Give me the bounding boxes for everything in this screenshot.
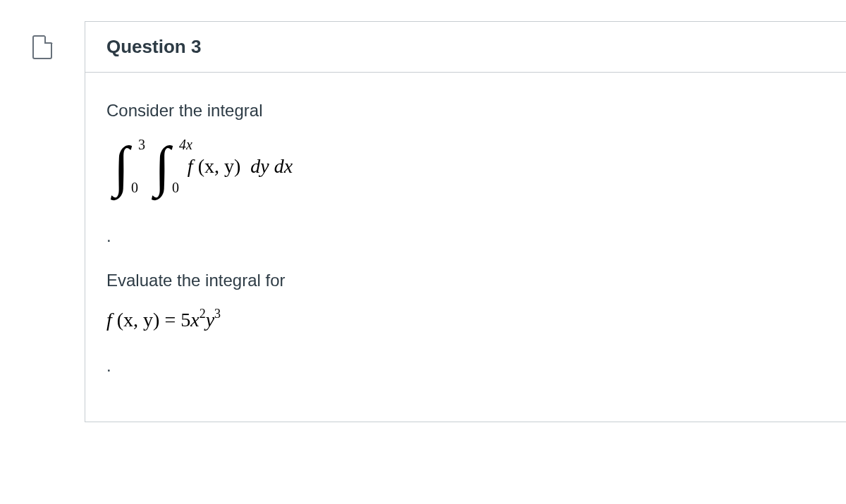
prompt-consider: Consider the integral — [106, 101, 825, 121]
page-icon — [32, 35, 52, 59]
prompt-evaluate: Evaluate the integral for — [106, 271, 825, 290]
dot-2: . — [106, 356, 825, 376]
outer-integral: ∫ 3 0 — [114, 138, 129, 195]
outer-lower-limit: 0 — [131, 180, 138, 196]
inner-lower-limit: 0 — [172, 180, 179, 196]
function-definition: f (x, y) = 5x2y3 — [106, 308, 825, 331]
double-integral-expression: ∫ 3 0 ∫ 4x 0 f (x, y) dy dx — [114, 138, 825, 202]
outer-upper-limit: 3 — [138, 137, 145, 153]
question-header: Question 3 — [85, 22, 846, 73]
question-body: Consider the integral ∫ 3 0 ∫ 4x 0 f (x,… — [85, 73, 846, 422]
inner-integral: ∫ 4x 0 — [154, 138, 170, 195]
question-container: Question 3 Consider the integral ∫ 3 0 ∫… — [0, 0, 846, 422]
dot-1: . — [106, 226, 825, 246]
question-panel: Question 3 Consider the integral ∫ 3 0 ∫… — [85, 21, 846, 422]
integrand: f (x, y) dy dx — [188, 155, 293, 177]
icon-column — [0, 21, 85, 422]
inner-upper-limit: 4x — [179, 137, 192, 153]
question-number: Question 3 — [106, 36, 825, 58]
